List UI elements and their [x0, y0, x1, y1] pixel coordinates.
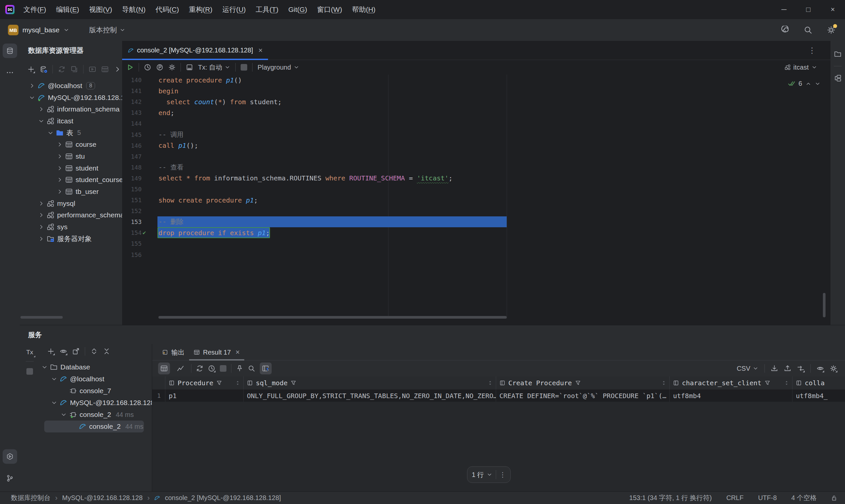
code-line-150[interactable]: 150: [122, 184, 830, 195]
sort-arrows-icon[interactable]: [487, 380, 493, 386]
breadcrumb-item[interactable]: console_2 [MySQL-@192.168.128.128]: [165, 494, 281, 502]
grid-view-options-icon[interactable]: [816, 365, 824, 372]
expand-all-icon[interactable]: [90, 348, 98, 355]
chevron-right-icon[interactable]: [29, 82, 38, 90]
indent-setting[interactable]: 4 个空格: [791, 493, 816, 502]
result-tab-close-icon[interactable]: ×: [236, 348, 240, 357]
tree-item-itcast[interactable]: itcast: [20, 115, 122, 127]
jump-to-console-icon[interactable]: [89, 66, 96, 73]
services-stop-button[interactable]: [27, 368, 33, 375]
find-in-grid-icon[interactable]: [248, 365, 255, 372]
pill-kebab-icon[interactable]: ⋮: [499, 471, 506, 479]
code-line-146[interactable]: 146call p1();: [122, 140, 830, 151]
export-data-icon[interactable]: [771, 365, 778, 372]
grid-settings-icon[interactable]: [830, 365, 837, 372]
code-line-145[interactable]: 145-- 调用: [122, 129, 830, 140]
services-tool-button[interactable]: [3, 449, 17, 464]
stop-button[interactable]: [241, 64, 247, 71]
encoding[interactable]: UTF-8: [758, 494, 777, 502]
code-line-148[interactable]: 148-- 查看: [122, 162, 830, 173]
code-line-151[interactable]: 151show create procedure p1;: [122, 195, 830, 205]
chevron-right-icon[interactable]: [38, 199, 47, 208]
console-settings-icon[interactable]: [168, 64, 176, 71]
open-in-new-tab-icon[interactable]: [72, 348, 80, 355]
run-button[interactable]: [126, 64, 134, 71]
query-history-icon[interactable]: [208, 365, 215, 372]
reload-data-icon[interactable]: [196, 365, 203, 372]
menu-item-4[interactable]: 代码(C): [151, 0, 184, 19]
grid-row-1[interactable]: 1p1ONLY_FULL_GROUP_BY,STRICT_TRANS_TABLE…: [152, 389, 845, 402]
import-data-icon[interactable]: [784, 365, 791, 372]
chevron-right-icon[interactable]: [57, 152, 65, 161]
sort-arrows-icon[interactable]: [235, 380, 241, 386]
readonly-lock-icon[interactable]: [831, 495, 837, 501]
tree-item-sys[interactable]: sys: [20, 221, 122, 233]
vcs-widget[interactable]: 版本控制: [86, 23, 129, 37]
line-ending[interactable]: CRLF: [726, 494, 743, 502]
editor-vscrollbar[interactable]: [823, 293, 826, 317]
open-table-icon[interactable]: [101, 66, 109, 73]
tree-item-console_2[interactable]: console_244 ms: [40, 420, 152, 432]
code-line-147[interactable]: 147: [122, 151, 830, 162]
menu-item-10[interactable]: 帮助(H): [347, 0, 380, 19]
breadcrumb-item[interactable]: MySQL-@192.168.128.128: [62, 494, 143, 502]
chevron-right-icon[interactable]: [57, 140, 65, 149]
sort-arrows-icon[interactable]: [661, 380, 667, 386]
filter-grid-button[interactable]: [260, 362, 272, 374]
tree-item-tb_user[interactable]: tb_user: [20, 186, 122, 198]
tx-button[interactable]: Tx: [23, 347, 36, 358]
chevron-down-icon[interactable]: [48, 129, 56, 137]
files-tool-button[interactable]: [830, 47, 845, 61]
column-header-Create Procedure[interactable]: Create Procedure: [496, 376, 670, 389]
export-format-selector[interactable]: CSV: [737, 365, 758, 372]
git-tool-button[interactable]: [3, 471, 17, 486]
tree-item-student[interactable]: student: [20, 162, 122, 174]
chevron-right-icon[interactable]: [57, 187, 65, 196]
chevron-down-icon[interactable]: [51, 398, 60, 407]
chevron-right-icon[interactable]: [57, 164, 65, 173]
tree-item-mysql[interactable]: mysql: [20, 198, 122, 210]
column-header-Procedure[interactable]: Procedure: [165, 376, 244, 389]
parameters-icon[interactable]: [156, 64, 163, 71]
prev-problem-icon[interactable]: [805, 81, 811, 87]
settings-gear-icon[interactable]: [825, 23, 838, 37]
chevron-right-icon[interactable]: [38, 105, 47, 113]
code-line-154[interactable]: 154✔drop procedure if exists p1;: [122, 227, 830, 238]
menu-item-6[interactable]: 运行(U): [217, 0, 250, 19]
more-tools-button[interactable]: [3, 65, 17, 80]
tx-mode-selector[interactable]: Tx: 自动: [198, 63, 230, 72]
chevron-down-icon[interactable]: [38, 117, 47, 125]
result-stop-button[interactable]: [220, 365, 226, 372]
menu-item-3[interactable]: 导航(N): [117, 0, 151, 19]
row-count-dropdown[interactable]: 1 行: [472, 470, 492, 479]
code-editor[interactable]: 140create procedure p1()141begin142 sele…: [122, 74, 830, 325]
add-datasource-icon[interactable]: [28, 66, 35, 73]
schema-switcher[interactable]: itcast: [785, 64, 830, 71]
chart-view-button[interactable]: [175, 362, 187, 374]
tab-close-icon[interactable]: ×: [259, 46, 263, 55]
code-line-156[interactable]: 156: [122, 249, 830, 260]
grid-cell[interactable]: CREATE DEFINER=`root`@`%` PROCEDURE `p1`…: [496, 390, 670, 402]
code-line-140[interactable]: 140create procedure p1(): [122, 74, 830, 86]
menu-item-0[interactable]: 文件(F): [18, 0, 51, 19]
tree-item-@localhost[interactable]: @localhost8: [20, 80, 122, 92]
tree-item-@localhost[interactable]: @localhost: [40, 373, 152, 385]
menu-item-1[interactable]: 编辑(E): [51, 0, 84, 19]
code-line-144[interactable]: 144: [122, 118, 830, 129]
explorer-hscrollbar[interactable]: [20, 316, 63, 319]
tree-item-performance_schema[interactable]: performance_schema: [20, 210, 122, 221]
tab-output[interactable]: 输出: [157, 344, 189, 361]
grid-cell[interactable]: p1: [165, 390, 244, 402]
grid-cell[interactable]: ONLY_FULL_GROUP_BY,STRICT_TRANS_TABLES,N…: [244, 390, 496, 402]
tree-item-MySQL-@192.168.128.128[interactable]: MySQL-@192.168.128.128: [20, 92, 122, 104]
search-everywhere-icon[interactable]: [802, 23, 815, 37]
tree-item-表[interactable]: 表5: [20, 127, 122, 139]
tree-item-console_2[interactable]: console_244 ms: [40, 409, 152, 420]
duplicate-icon[interactable]: [71, 66, 78, 73]
menu-item-8[interactable]: Git(G): [283, 0, 312, 19]
chevron-right-icon[interactable]: [38, 223, 47, 231]
playground-selector[interactable]: Playground: [258, 64, 299, 71]
chevron-down-icon[interactable]: [51, 375, 60, 383]
tree-item-console_7[interactable]: console_7: [40, 385, 152, 397]
chevron-right-icon[interactable]: [38, 211, 47, 219]
